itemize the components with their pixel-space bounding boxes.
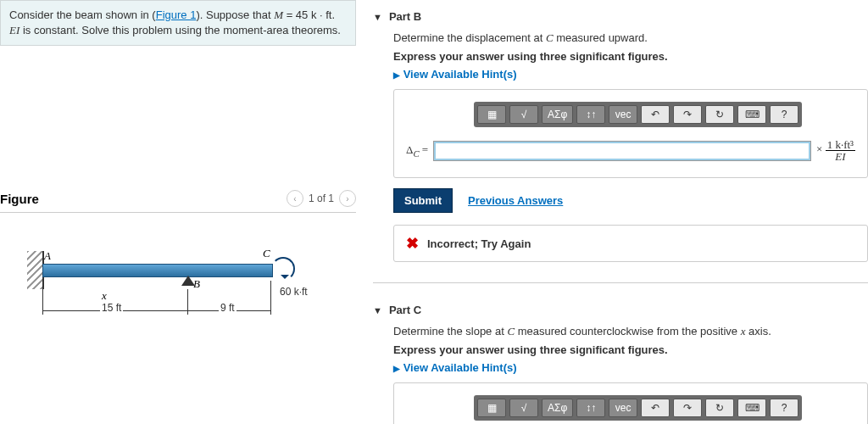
pb-prefix: Determine the displacement at	[393, 31, 546, 44]
pc-suffix: axis.	[745, 325, 771, 338]
tb-reset-icon[interactable]: ↻	[705, 105, 734, 124]
part-c-answer-box: ▦ √ ΑΣφ ↕↑ vec ↶ ↷ ↻ ⌨ ?	[393, 382, 868, 424]
part-b-answer-input[interactable]	[433, 141, 811, 161]
feedback-box: ✖ Incorrect; Try Again	[393, 225, 868, 262]
tb-sqrt-icon[interactable]: √	[509, 399, 538, 417]
part-b-unit: × 1 k·ft³EI	[816, 139, 855, 162]
figure-title: Figure	[0, 192, 39, 206]
tb-help-icon[interactable]: ?	[770, 105, 798, 124]
pb-suffix: measured upward.	[554, 31, 648, 44]
part-c-header[interactable]: ▼ Part C	[373, 304, 868, 316]
label-x: x	[102, 289, 107, 303]
tb-keyboard-icon[interactable]: ⌨	[737, 399, 766, 417]
tb-templates-icon[interactable]: ▦	[477, 105, 506, 124]
incorrect-x-icon: ✖	[406, 234, 419, 253]
tb-reset-icon[interactable]: ↻	[705, 399, 734, 417]
var-M: M	[274, 8, 283, 21]
label-C: C	[263, 247, 270, 260]
figure-link[interactable]: Figure 1	[156, 8, 197, 21]
pc-prefix: Determine the slope at	[393, 325, 507, 338]
figure-divider	[0, 212, 356, 213]
submit-button[interactable]: Submit	[393, 188, 453, 213]
pc-var-c: C	[507, 325, 515, 338]
part-b-hints-link[interactable]: ▶ View Available Hint(s)	[393, 68, 868, 81]
part-b-answer-box: ▦ √ ΑΣφ ↕↑ vec ↶ ↷ ↻ ⌨ ? ΔC = × 1 k·	[393, 89, 868, 178]
problem-text-1: Consider the beam shown in (	[9, 8, 156, 21]
beam-bar	[42, 264, 273, 277]
tb-vec-button[interactable]: vec	[609, 105, 637, 124]
tb-vec-button[interactable]: vec	[609, 399, 637, 417]
pc-hints-text: View Available Hint(s)	[403, 361, 517, 374]
part-c-hints-link[interactable]: ▶ View Available Hint(s)	[393, 361, 868, 374]
previous-answers-link[interactable]: Previous Answers	[468, 194, 563, 207]
pb-var: C	[546, 31, 554, 44]
tb-sqrt-icon[interactable]: √	[509, 105, 538, 124]
tb-redo-icon[interactable]: ↷	[673, 105, 702, 124]
tb-greek-button[interactable]: ΑΣφ	[542, 105, 573, 124]
pager-next-icon[interactable]: ›	[339, 190, 356, 207]
part-b-prompt: Determine the displacement at C measured…	[393, 31, 868, 45]
part-b-instruction: Express your answer using three signific…	[393, 50, 868, 63]
tb-undo-icon[interactable]: ↶	[641, 399, 670, 417]
part-c-prompt: Determine the slope at C measured counte…	[393, 325, 868, 338]
triangle-right-icon: ▶	[393, 70, 400, 80]
tb-arrows-button[interactable]: ↕↑	[576, 399, 605, 417]
tb-greek-button[interactable]: ΑΣφ	[542, 399, 573, 417]
tb-templates-icon[interactable]: ▦	[477, 399, 506, 417]
dim-9ft: 9 ft	[219, 302, 236, 314]
fixed-support-icon	[27, 251, 44, 289]
figure-pager: ‹ 1 of 1 ›	[287, 190, 356, 207]
dim-15ft: 15 ft	[100, 302, 123, 314]
moment-arrow-head-icon	[281, 275, 289, 279]
tb-undo-icon[interactable]: ↶	[641, 105, 670, 124]
pager-prev-icon[interactable]: ‹	[287, 190, 303, 207]
problem-statement: Consider the beam shown in (Figure 1). S…	[0, 0, 356, 46]
part-c-instruction: Express your answer using three signific…	[393, 343, 868, 356]
label-B: B	[193, 277, 200, 291]
triangle-right-icon: ▶	[393, 364, 400, 373]
label-A: A	[44, 249, 51, 263]
eq-value: = 45 k · ft.	[283, 8, 335, 21]
pc-mid: measured counterclockwise from the posit…	[515, 325, 741, 338]
equation-toolbar-c: ▦ √ ΑΣφ ↕↑ vec ↶ ↷ ↻ ⌨ ?	[474, 395, 802, 421]
tb-arrows-button[interactable]: ↕↑	[576, 105, 605, 124]
tb-redo-icon[interactable]: ↷	[673, 399, 702, 417]
moment-value: 60 k·ft	[280, 286, 308, 298]
caret-down-icon: ▼	[373, 305, 382, 315]
equation-toolbar: ▦ √ ΑΣφ ↕↑ vec ↶ ↷ ↻ ⌨ ?	[474, 102, 802, 127]
var-EI: EI	[9, 24, 19, 36]
tb-keyboard-icon[interactable]: ⌨	[737, 105, 766, 124]
part-c-title: Part C	[389, 304, 421, 316]
problem-text-2: ). Suppose that	[196, 8, 274, 21]
tb-help-icon[interactable]: ?	[770, 399, 798, 417]
beam-figure: A C B x 60 k·ft 15 ft 9 ft	[0, 230, 356, 365]
feedback-text: Incorrect; Try Again	[427, 237, 531, 250]
caret-down-icon: ▼	[373, 12, 382, 22]
part-b-title: Part B	[389, 10, 421, 23]
problem-text-3: is constant. Solve this problem using th…	[19, 24, 341, 36]
part-divider	[373, 282, 868, 283]
delta-c-label: ΔC =	[406, 143, 428, 159]
part-b-header[interactable]: ▼ Part B	[373, 10, 868, 23]
pb-hints-text: View Available Hint(s)	[403, 68, 517, 81]
pager-text: 1 of 1	[309, 192, 334, 204]
